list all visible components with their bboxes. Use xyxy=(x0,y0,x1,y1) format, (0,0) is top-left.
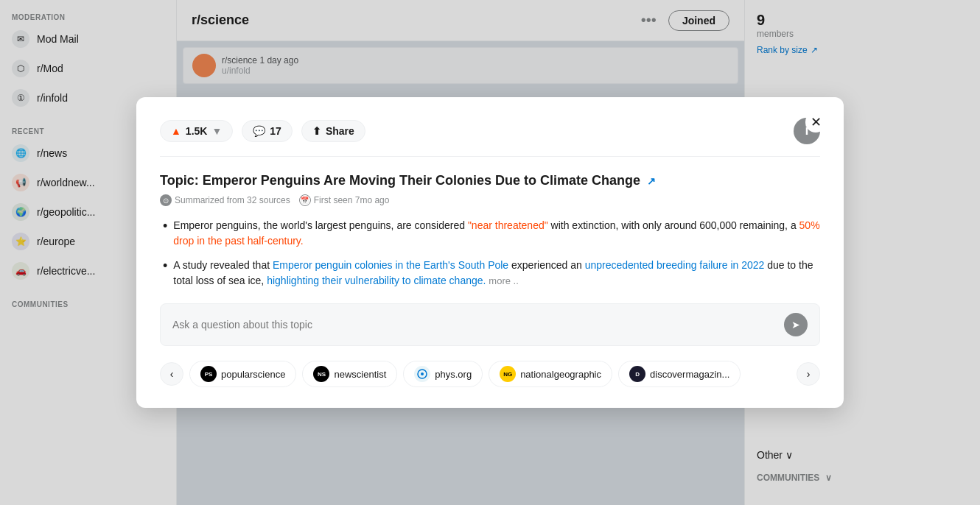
topic-bullets: Emperor penguins, the world's largest pe… xyxy=(160,218,820,289)
phys-logo xyxy=(414,366,430,382)
bullet-2: A study revealed that Emperor penguin co… xyxy=(163,258,820,289)
ask-send-button[interactable]: ➤ xyxy=(784,313,808,336)
more-link[interactable]: more .. xyxy=(489,275,518,286)
natgeo-label: nationalgeographic xyxy=(520,369,601,380)
ask-input-row: ➤ xyxy=(160,303,820,346)
upvote-icon: ▲ xyxy=(171,125,181,137)
highlight-vulnerability: highlighting their vulnerability to clim… xyxy=(267,275,486,286)
first-seen-label: First seen 7mo ago xyxy=(314,195,390,205)
source-chip-newscientist[interactable]: NS newscientist xyxy=(302,361,397,387)
topic-title: Topic: Emperor Penguins Are Moving Their… xyxy=(160,172,820,190)
calendar-icon: 📅 xyxy=(299,194,311,206)
carousel-next-button[interactable]: › xyxy=(797,362,820,386)
summarized-label: Summarized from 32 sources xyxy=(175,195,290,205)
source-chip-phys[interactable]: phys.org xyxy=(403,361,483,387)
prev-arrow-icon: ‹ xyxy=(170,368,174,380)
sources-icon: ⊙ xyxy=(160,194,172,206)
comment-count: 17 xyxy=(270,125,281,137)
close-button[interactable]: ✕ xyxy=(805,112,826,133)
share-label: Share xyxy=(326,125,354,137)
downvote-icon: ▼ xyxy=(211,125,222,137)
source-chips: PS popularscience NS newscientist phys.o… xyxy=(189,361,791,387)
newscientist-label: newscientist xyxy=(334,369,386,380)
popularscience-logo: PS xyxy=(200,366,217,382)
carousel-prev-button[interactable]: ‹ xyxy=(160,362,183,386)
source-chip-popularscience[interactable]: PS popularscience xyxy=(189,361,296,387)
bullet-1: Emperor penguins, the world's largest pe… xyxy=(163,218,820,249)
highlight-unprecedented: unprecedented breeding failure in 2022 xyxy=(585,259,765,271)
share-button[interactable]: ⬆ Share xyxy=(301,120,365,142)
natgeo-logo: NG xyxy=(500,366,516,382)
popularscience-label: popularscience xyxy=(221,369,285,380)
source-carousel: ‹ PS popularscience NS newscientist phys… xyxy=(160,361,820,387)
topic-modal: ✕ ▲ 1.5K ▼ 💬 17 ⬆ Share i Topic: Emperor… xyxy=(136,97,844,408)
source-chip-discover[interactable]: D discovermagazin... xyxy=(618,361,741,387)
phys-label: phys.org xyxy=(435,369,472,380)
comment-icon: 💬 xyxy=(253,125,265,137)
action-bar: ▲ 1.5K ▼ 💬 17 ⬆ Share i xyxy=(160,118,820,157)
highlight-near-threatened: "near threatened" xyxy=(468,219,548,231)
next-arrow-icon: › xyxy=(807,368,811,380)
svg-point-1 xyxy=(421,372,424,375)
share-icon: ⬆ xyxy=(312,125,321,137)
sources-meta: ⊙ Summarized from 32 sources xyxy=(160,194,290,206)
source-chip-natgeo[interactable]: NG nationalgeographic xyxy=(489,361,612,387)
topic-external-link[interactable]: ↗ xyxy=(647,175,656,187)
highlight-colonies: Emperor penguin colonies in the Earth's … xyxy=(273,259,508,271)
send-icon: ➤ xyxy=(791,319,800,331)
discover-logo: D xyxy=(629,366,645,382)
comment-button[interactable]: 💬 17 xyxy=(242,120,293,142)
ask-input[interactable] xyxy=(172,319,784,331)
date-meta: 📅 First seen 7mo ago xyxy=(299,194,390,206)
vote-count: 1.5K xyxy=(186,125,208,137)
topic-meta: ⊙ Summarized from 32 sources 📅 First see… xyxy=(160,194,820,206)
discover-label: discovermagazin... xyxy=(650,369,729,380)
newscientist-logo: NS xyxy=(313,366,329,382)
vote-button[interactable]: ▲ 1.5K ▼ xyxy=(160,120,233,142)
modal-overlay: ✕ ▲ 1.5K ▼ 💬 17 ⬆ Share i Topic: Emperor… xyxy=(0,0,980,505)
